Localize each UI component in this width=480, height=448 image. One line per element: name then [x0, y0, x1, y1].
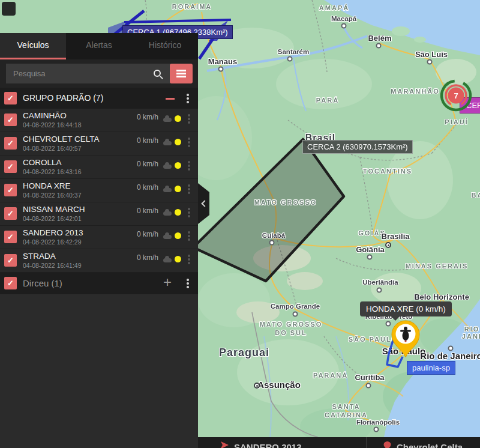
vehicle-name: STRADA	[23, 252, 56, 261]
engine-icon	[163, 165, 172, 169]
group-name: GRUPO PADRÃO (7)	[23, 88, 103, 109]
notification-label: SANDERO 2013	[234, 442, 302, 448]
map-label-mato-grosso: MATO GROSSO	[254, 199, 317, 206]
vehicle-name: CHEVROLET CELTA	[23, 135, 100, 144]
vehicle-timestamp: 04-08-2022 16:40:37	[23, 192, 82, 199]
map-label-paraguai: Paraguai	[219, 347, 269, 359]
map-label-par-: PARÁ	[316, 97, 339, 104]
city-dot-icon	[366, 383, 371, 389]
group-checkbox[interactable]	[4, 92, 17, 104]
vehicle-timestamp: 04-08-2022 16:42:29	[23, 238, 82, 246]
status-dot	[175, 115, 181, 122]
map-label-curitiba: Curitiba	[355, 373, 384, 382]
vehicle-row-caminhao[interactable]: CAMINHÃO 04-08-2022 16:44:18 0 km/h	[0, 109, 198, 132]
status-dot	[175, 139, 181, 145]
city-dot-icon	[287, 56, 293, 62]
tab-veiculos[interactable]: Veículos	[0, 33, 66, 59]
notification-item[interactable]: SANDERO 2013	[198, 437, 366, 448]
sidebar: Veículos Alertas Histórico GRUPO PADRÃO …	[0, 33, 198, 448]
city-dot-icon	[293, 312, 298, 317]
tab-historico[interactable]: Histórico	[132, 33, 198, 58]
filter-menu-button[interactable]	[170, 64, 193, 83]
map-label-florian-polis: Florianópolis	[356, 419, 400, 426]
map-label-roraima: RORAIMA	[172, 3, 212, 10]
vehicle-speed: 0 km/h	[120, 230, 158, 238]
vehicle-menu-icon[interactable]	[188, 235, 190, 237]
engine-icon	[163, 188, 172, 192]
search-icon[interactable]	[154, 70, 161, 77]
group-row-dirceu[interactable]: Dirceu (1) +	[0, 273, 198, 294]
vehicle-timestamp: 04-08-2022 16:44:18	[23, 121, 82, 129]
map-control-button[interactable]	[2, 2, 16, 16]
map-label-janeir: JANEIR	[462, 333, 480, 340]
vehicle-checkbox[interactable]	[4, 207, 17, 220]
map-label-cuiab-: Cuiabá	[262, 232, 285, 239]
map-label-tocantins: TOCANTINS	[363, 168, 412, 175]
vehicle-row-sandero-2013[interactable]: SANDERO 2013 04-08-2022 16:42:29 0 km/h	[0, 226, 198, 249]
vehicle-menu-icon[interactable]	[188, 118, 190, 120]
map-label-bras-lia: Brasília	[382, 232, 410, 241]
map-label-s-o-lu-s: São Luís	[415, 50, 448, 59]
vehicle-menu-icon[interactable]	[188, 141, 190, 144]
collapse-group-icon[interactable]	[166, 98, 175, 100]
vehicle-checkbox[interactable]	[4, 231, 17, 243]
search-input[interactable]	[6, 64, 176, 83]
map-label-paran-: PARANÁ	[313, 372, 348, 379]
vehicle-checkbox[interactable]	[4, 114, 17, 126]
vehicle-pin[interactable]	[384, 315, 426, 372]
notification-item[interactable]: Chevrolet Celta	[367, 437, 480, 448]
vehicle-menu-icon[interactable]	[188, 188, 190, 190]
map-label-belo-horizonte: Belo Horizonte	[414, 292, 469, 301]
vehicle-name: COROLLA	[23, 158, 62, 167]
vehicle-row-chevrolet-celta[interactable]: CHEVROLET CELTA 04-08-2022 16:40:57 0 km…	[0, 132, 198, 156]
map-label-piau-: PIAUÍ	[445, 118, 468, 126]
tab-alertas[interactable]: Alertas	[66, 33, 132, 58]
vehicle-menu-icon[interactable]	[188, 165, 190, 167]
vehicle-speed: 0 km/h	[120, 183, 158, 192]
vehicle-speed: 0 km/h	[120, 253, 158, 262]
status-dot	[175, 256, 181, 262]
city-dot-icon	[269, 240, 275, 246]
status-dot	[175, 209, 181, 216]
group-menu-icon[interactable]	[187, 282, 189, 285]
vehicle-checkbox[interactable]	[4, 160, 17, 173]
vehicle-checkbox[interactable]	[4, 184, 17, 196]
cluster-count: 7	[454, 91, 458, 100]
vehicle-name: NISSAN MARCH	[23, 205, 85, 214]
map-label-goi-nia: Goiânia	[356, 245, 385, 254]
vehicle-menu-icon[interactable]	[188, 211, 190, 214]
group-checkbox[interactable]	[4, 277, 17, 289]
vehicle-speed: 0 km/h	[120, 160, 158, 168]
vehicle-speed: 0 km/h	[120, 113, 158, 121]
vehicle-row-nissan-march[interactable]: NISSAN MARCH 04-08-2022 16:42:01 0 km/h	[0, 202, 198, 226]
city-dot-icon	[376, 43, 382, 49]
vehicle-tooltip: HONDA XRE (0 km/h)	[360, 301, 452, 316]
city-dot-icon	[427, 59, 433, 65]
chevron-left-icon	[201, 200, 208, 207]
vehicle-speed: 0 km/h	[120, 136, 158, 145]
vehicle-row-corolla[interactable]: COROLLA 04-08-2022 16:43:16 0 km/h	[0, 156, 198, 179]
engine-icon	[163, 258, 172, 262]
vehicle-timestamp: 04-08-2022 16:42:01	[23, 215, 82, 222]
vehicle-checkbox[interactable]	[4, 137, 17, 150]
city-dot-icon	[374, 427, 379, 432]
hamburger-icon	[176, 70, 186, 71]
map-label-manaus: Manaus	[208, 57, 237, 66]
group-name: Dirceu (1)	[23, 273, 62, 294]
map-label-rio-de-janeiro: Rio de Janeiro	[420, 351, 480, 361]
vehicle-checkbox[interactable]	[4, 254, 17, 267]
vehicle-timestamp: 04-08-2022 16:41:49	[23, 262, 82, 269]
vehicle-row-honda-xre[interactable]: HONDA XRE 04-08-2022 16:40:37 0 km/h	[0, 179, 198, 202]
app-root: { "sidebar": { "tabs": [ {"label": "Veíc…	[0, 0, 480, 448]
vehicle-row-strada[interactable]: STRADA 04-08-2022 16:41:49 0 km/h	[0, 249, 198, 273]
engine-icon	[163, 211, 172, 216]
expand-group-icon[interactable]: +	[163, 274, 172, 291]
map-label-bahia: BAHIA	[472, 192, 480, 199]
vehicle-menu-icon[interactable]	[188, 258, 190, 261]
city-dot-icon	[377, 288, 382, 293]
cluster-marker[interactable]: 7	[436, 75, 476, 116]
bottom-notification-bar: SANDERO 2013 Chevrolet Celta	[198, 437, 480, 448]
group-row-padrao[interactable]: GRUPO PADRÃO (7)	[0, 88, 198, 109]
group-menu-icon[interactable]	[187, 97, 189, 100]
map-label-santar-m: Santarém	[278, 48, 309, 55]
